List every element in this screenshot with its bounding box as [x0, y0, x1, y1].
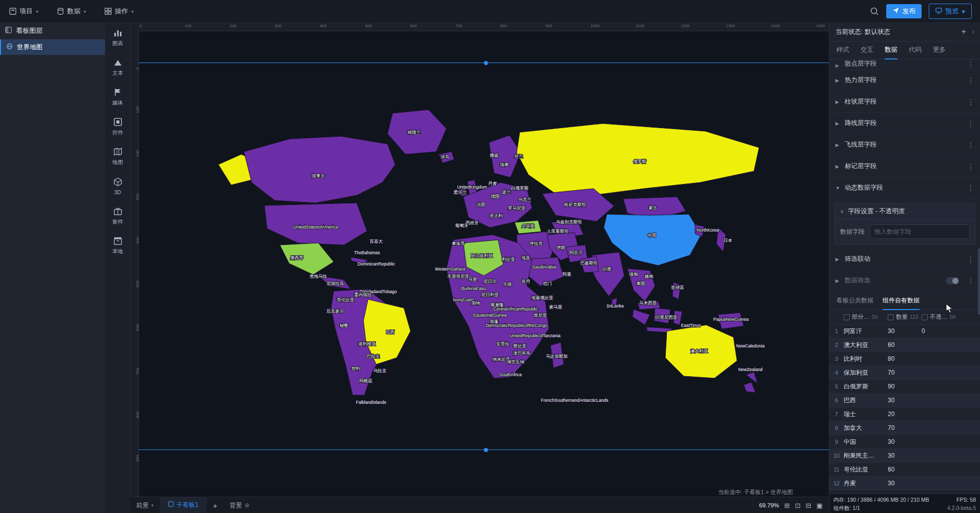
table-row[interactable]: 9中国30	[829, 435, 980, 449]
table-row[interactable]: 6巴西30	[829, 394, 980, 407]
panel-section[interactable]: ▶柱状层字段⋮	[829, 91, 980, 113]
grid-icon[interactable]: ⊞	[784, 502, 790, 509]
tab-own-data[interactable]: 组件自有数据	[883, 292, 920, 310]
map-regions[interactable]	[218, 110, 759, 395]
table-row[interactable]: 8加拿大70	[829, 421, 980, 435]
cell-qty[interactable]: 20	[888, 411, 922, 418]
checkbox-icon[interactable]	[844, 314, 850, 320]
column-header-opacity[interactable]: 不透… Str	[922, 313, 980, 321]
data-filter-section[interactable]: ▶ 数据筛选 ⋮	[829, 270, 980, 292]
filter-link-section[interactable]: ▶ 筛选联动 ⋮	[829, 249, 980, 270]
cell-qty[interactable]: 70	[888, 369, 922, 376]
collapse-icon[interactable]: ⊟	[806, 502, 811, 509]
checkbox-icon[interactable]	[888, 314, 894, 320]
more-icon[interactable]: ⋮	[967, 76, 974, 85]
checkbox-icon[interactable]	[922, 314, 928, 320]
cell-name[interactable]: 阿富汗	[844, 327, 888, 336]
more-icon[interactable]: ⋮	[967, 119, 974, 128]
more-icon[interactable]: ⋮	[967, 162, 974, 171]
table-row[interactable]: 12丹麦30	[829, 477, 980, 490]
next-icon[interactable]: ›	[972, 28, 974, 35]
preview-button[interactable]: 预览 ▾	[929, 4, 972, 19]
cell-name[interactable]: 白俄罗斯	[844, 382, 888, 391]
toolbox-item-控件[interactable]: 控件	[105, 112, 130, 141]
toolbox-item-图表[interactable]: 图表	[105, 23, 130, 52]
scrollbar[interactable]	[978, 248, 980, 315]
cell-qty[interactable]: 90	[888, 383, 922, 390]
cell-name[interactable]: 哥伦比亚	[844, 465, 888, 474]
toolbox-item-文本[interactable]: 文本	[105, 52, 130, 82]
publish-button[interactable]: 发布	[886, 4, 922, 18]
table-row[interactable]: 11哥伦比亚60	[829, 463, 980, 477]
table-row[interactable]: 2澳大利亚60	[829, 338, 980, 352]
more-icon[interactable]: ⋮	[967, 60, 974, 68]
tab-data[interactable]: 数据	[885, 41, 897, 59]
field-settings-header[interactable]: ∨ 字段设置 - 不透明度	[835, 203, 975, 219]
cell-name[interactable]: 瑞士	[844, 410, 888, 419]
data-filter-toggle[interactable]	[946, 277, 959, 284]
add-board-button[interactable]: +	[207, 501, 223, 510]
panel-section[interactable]: ▶路线层字段⋮	[829, 113, 980, 134]
monitor-icon[interactable]: ▣	[816, 502, 823, 509]
column-header-qty[interactable]: 数量 123	[888, 313, 922, 321]
selection-handle[interactable]	[484, 61, 488, 65]
cell-qty[interactable]: 70	[888, 424, 922, 432]
canvas-area[interactable]: 格陵兰冰岛加拿大UnitedStatesofAmerica百慕大墨西哥TheBa…	[130, 23, 829, 497]
panel-section[interactable]: ▶热力层字段⋮	[829, 70, 980, 91]
subboard-tab[interactable]: 子看板1	[160, 497, 207, 513]
table-row[interactable]: 10刚果民主…30	[829, 449, 980, 463]
panel-section[interactable]: ▶散点层字段⋮	[829, 59, 980, 70]
cell-name[interactable]: 中国	[844, 438, 888, 446]
cell-qty[interactable]: 60	[888, 341, 922, 348]
tab-public-data[interactable]: 看板公共数据	[836, 292, 873, 310]
search-icon[interactable]	[870, 7, 879, 16]
fit-screen-icon[interactable]: ⊡	[795, 502, 801, 509]
artboard[interactable]: 格陵兰冰岛加拿大UnitedStatesofAmerica百慕大墨西哥TheBa…	[138, 31, 829, 497]
tab-interaction[interactable]: 交互	[861, 41, 873, 59]
layer-item-world-map[interactable]: 世界地图	[0, 39, 105, 55]
cell-name[interactable]: 澳大利亚	[844, 341, 888, 350]
table-row[interactable]: 4保加利亚70	[829, 366, 980, 380]
cell-qty[interactable]: 30	[888, 438, 922, 445]
world-map[interactable]: 格陵兰冰岛加拿大UnitedStatesofAmerica百慕大墨西哥TheBa…	[213, 106, 777, 413]
table-row[interactable]: 1阿富汗300	[829, 324, 980, 338]
foreground-button[interactable]: 前景 ▾	[130, 497, 160, 513]
cell-qty[interactable]: 30	[888, 452, 922, 459]
panel-section[interactable]: ▶飞线层字段⋮	[829, 134, 980, 156]
more-icon[interactable]: ⋮	[967, 98, 974, 106]
toolbox-item-套件[interactable]: 套件	[105, 201, 130, 231]
cell-name[interactable]: 巴西	[844, 396, 888, 405]
cell-qty[interactable]: 30	[888, 480, 922, 487]
more-icon[interactable]: ⋮	[967, 255, 974, 263]
more-icon[interactable]: ⋮	[967, 184, 974, 192]
cell-qty[interactable]: 60	[888, 466, 922, 473]
background-button[interactable]: 背景 ⊕	[223, 497, 256, 513]
cell-name[interactable]: 保加利亚	[844, 368, 888, 377]
toolbox-item-媒体[interactable]: 媒体	[105, 82, 130, 112]
cell-name[interactable]: 刚果民主…	[844, 452, 888, 460]
column-header-name[interactable]: 部分… Str	[844, 313, 888, 321]
tab-style[interactable]: 样式	[836, 41, 849, 59]
table-row[interactable]: 7瑞士20	[829, 407, 980, 421]
menu-data[interactable]: 数据 ▾	[48, 0, 95, 23]
cell-extra[interactable]: 0	[922, 327, 980, 335]
cell-qty[interactable]: 30	[888, 397, 922, 404]
panel-section[interactable]: ▼动态数据字段⋮	[829, 177, 980, 199]
data-field-input[interactable]	[870, 224, 970, 239]
selection-handle[interactable]	[484, 448, 488, 452]
zoom-level[interactable]: 69.79%	[759, 502, 779, 508]
cell-qty[interactable]: 80	[888, 355, 922, 362]
add-state-button[interactable]: +	[961, 27, 966, 36]
more-icon[interactable]: ⋮	[967, 277, 974, 285]
panel-section[interactable]: ▶标记层字段⋮	[829, 156, 980, 177]
tab-code[interactable]: 代码	[909, 41, 922, 59]
more-icon[interactable]: ⋮	[967, 141, 974, 149]
toolbox-item-3D[interactable]: 3D	[105, 171, 130, 201]
table-row[interactable]: 5白俄罗斯90	[829, 380, 980, 394]
toolbox-item-地图[interactable]: 地图	[105, 141, 130, 171]
selection-top-edge[interactable]	[138, 63, 829, 63]
cell-name[interactable]: 加拿大	[844, 424, 888, 433]
toolbox-item-本地[interactable]: 本地	[105, 231, 130, 260]
tab-more[interactable]: 更多	[933, 41, 946, 59]
menu-project[interactable]: 项目 ▾	[0, 0, 48, 23]
